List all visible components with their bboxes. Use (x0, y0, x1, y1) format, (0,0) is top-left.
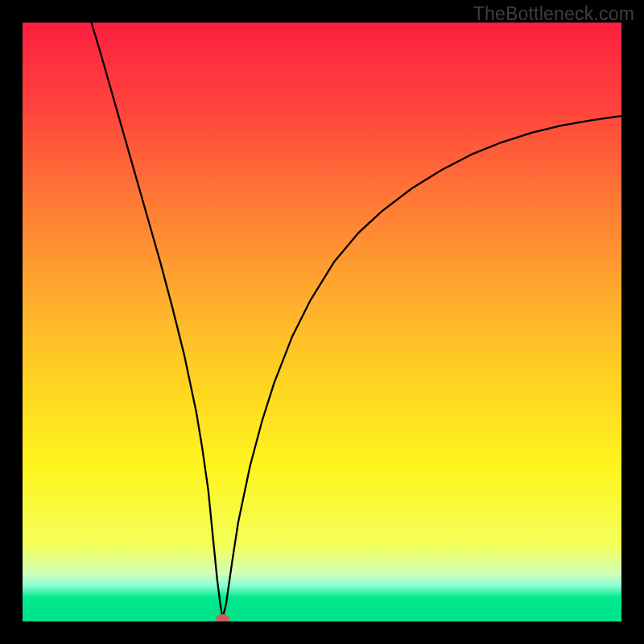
chart-svg (23, 23, 621, 621)
chart-frame: TheBottleneck.com (0, 0, 644, 644)
plot-area (23, 23, 621, 621)
watermark-text: TheBottleneck.com (473, 3, 634, 25)
gradient-background (23, 23, 621, 621)
